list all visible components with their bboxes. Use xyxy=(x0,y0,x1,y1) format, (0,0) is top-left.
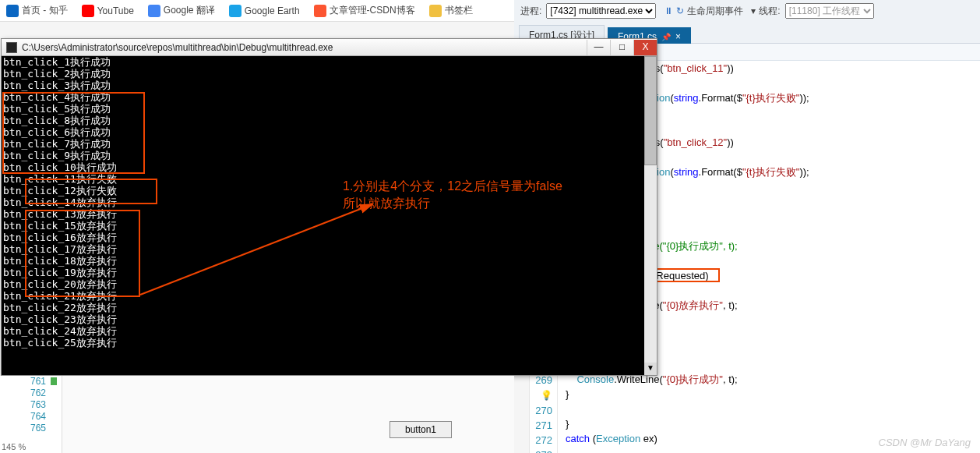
bookmark-youtube[interactable]: YouTube xyxy=(82,5,134,17)
pause-icon[interactable]: ⏸ xyxy=(664,5,673,16)
bottom-panel: 761 762 763 764 765 xyxy=(0,376,514,453)
vs-toolbar: 进程: [7432] multithread.exe ⏸↻ 生命周期事件 ▾ 线… xyxy=(514,0,980,44)
watermark: CSDN @Mr DaYang xyxy=(879,437,971,448)
bookmark-google-translate[interactable]: Google 翻译 xyxy=(148,4,215,17)
maximize-button[interactable]: □ xyxy=(610,40,633,55)
console-window: C:\Users\Administrator\source\repos\mult… xyxy=(1,38,657,376)
process-label: 进程: xyxy=(520,5,541,18)
pin-icon[interactable]: 📌 xyxy=(661,33,671,41)
bookmark-folder[interactable]: 书签栏 xyxy=(429,4,473,17)
zoom-level[interactable]: 145 % xyxy=(2,442,26,451)
console-title: C:\Users\Administrator\source\repos\mult… xyxy=(22,42,333,53)
bookmark-zhihu[interactable]: 首页 - 知乎 xyxy=(6,4,68,17)
thread-select[interactable]: [11180] 工作线程 xyxy=(785,3,874,19)
process-select[interactable]: [7432] multithread.exe xyxy=(546,3,656,19)
bookmark-google-earth[interactable]: Google Earth xyxy=(229,5,300,17)
close-button[interactable]: X xyxy=(633,40,657,55)
button1[interactable]: button1 xyxy=(390,421,452,438)
bookmark-csdn[interactable]: 文章管理-CSDN博客 xyxy=(314,4,415,17)
scroll-thumb[interactable] xyxy=(644,56,657,165)
console-scrollbar[interactable]: ▲ ▼ xyxy=(644,56,657,375)
thread-label: 线程: xyxy=(759,5,780,18)
console-output: btn_click_1执行成功 btn_click_2执行成功 btn_clic… xyxy=(2,56,644,375)
close-icon[interactable]: × xyxy=(675,31,681,42)
minimize-button[interactable]: — xyxy=(587,40,610,55)
console-titlebar[interactable]: C:\Users\Administrator\source\repos\mult… xyxy=(2,39,657,56)
console-icon xyxy=(6,42,17,53)
cycle-icon[interactable]: ↻ xyxy=(676,5,684,16)
scroll-down-icon[interactable]: ▼ xyxy=(644,363,657,375)
lightbulb-icon[interactable]: 💡 xyxy=(541,390,552,401)
events-label: 生命周期事件 xyxy=(687,5,743,18)
lifecycle-icons: ⏸↻ xyxy=(664,5,687,16)
